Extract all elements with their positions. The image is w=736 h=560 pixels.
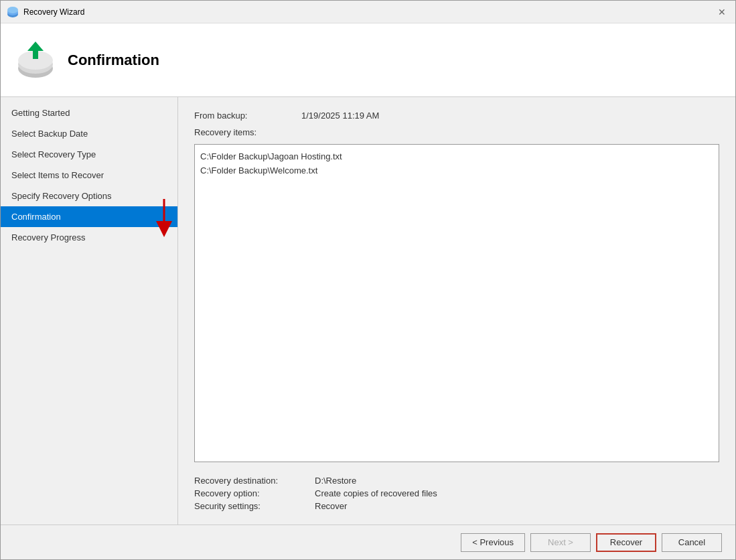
recovery-option-value: Create copies of recovered files bbox=[315, 488, 437, 498]
from-backup-row: From backup: 1/19/2025 11:19 AM bbox=[194, 111, 719, 121]
header-title: Confirmation bbox=[68, 52, 159, 69]
header: Confirmation bbox=[1, 23, 735, 97]
from-backup-value: 1/19/2025 11:19 AM bbox=[301, 111, 379, 121]
security-settings-row: Security settings: Recover bbox=[194, 501, 719, 511]
sidebar: Getting Started Select Backup Date Selec… bbox=[1, 97, 178, 524]
details-section: Recovery destination: D:\Restore Recover… bbox=[194, 476, 719, 511]
security-settings-value: Recover bbox=[315, 501, 347, 511]
sidebar-item-select-items[interactable]: Select Items to Recover bbox=[1, 165, 177, 186]
recovery-file-1: C:\Folder Backup\Jagoan Hosting.txt bbox=[200, 150, 713, 164]
main-content: From backup: 1/19/2025 11:19 AM Recovery… bbox=[178, 97, 735, 524]
from-backup-label: From backup: bbox=[194, 111, 301, 121]
recovery-option-row: Recovery option: Create copies of recove… bbox=[194, 488, 719, 498]
sidebar-item-specify-recovery[interactable]: Specify Recovery Options bbox=[1, 186, 177, 206]
sidebar-item-getting-started[interactable]: Getting Started bbox=[1, 102, 177, 123]
content-area: Getting Started Select Backup Date Selec… bbox=[1, 97, 735, 524]
title-bar: Recovery Wizard ✕ bbox=[1, 1, 735, 23]
recovery-wizard-window: Recovery Wizard ✕ Confirmation Getting S… bbox=[0, 0, 736, 560]
next-button[interactable]: Next > bbox=[530, 533, 591, 552]
close-button[interactable]: ✕ bbox=[714, 4, 730, 20]
footer: < Previous Next > Recover Cancel bbox=[1, 524, 735, 559]
recovery-items-box: C:\Folder Backup\Jagoan Hosting.txt C:\F… bbox=[194, 144, 719, 462]
sidebar-item-select-backup-date[interactable]: Select Backup Date bbox=[1, 123, 177, 144]
window-title: Recovery Wizard bbox=[23, 7, 84, 17]
security-settings-label: Security settings: bbox=[194, 501, 315, 511]
sidebar-item-recovery-progress[interactable]: Recovery Progress bbox=[1, 227, 177, 248]
cancel-button[interactable]: Cancel bbox=[662, 533, 722, 552]
recovery-destination-label: Recovery destination: bbox=[194, 476, 315, 486]
recovery-destination-row: Recovery destination: D:\Restore bbox=[194, 476, 719, 486]
app-icon bbox=[6, 5, 19, 19]
previous-button[interactable]: < Previous bbox=[461, 533, 525, 552]
recover-button[interactable]: Recover bbox=[596, 533, 656, 552]
recovery-items-row: Recovery items: bbox=[194, 127, 719, 137]
recovery-option-label: Recovery option: bbox=[194, 488, 315, 498]
svg-point-2 bbox=[7, 7, 18, 13]
recovery-items-label: Recovery items: bbox=[194, 127, 301, 137]
header-icon bbox=[14, 39, 57, 82]
sidebar-item-confirmation[interactable]: Confirmation bbox=[1, 206, 177, 227]
sidebar-item-select-recovery-type[interactable]: Select Recovery Type bbox=[1, 144, 177, 165]
recovery-destination-value: D:\Restore bbox=[315, 476, 356, 486]
recovery-file-2: C:\Folder Backup\Welcome.txt bbox=[200, 164, 713, 178]
